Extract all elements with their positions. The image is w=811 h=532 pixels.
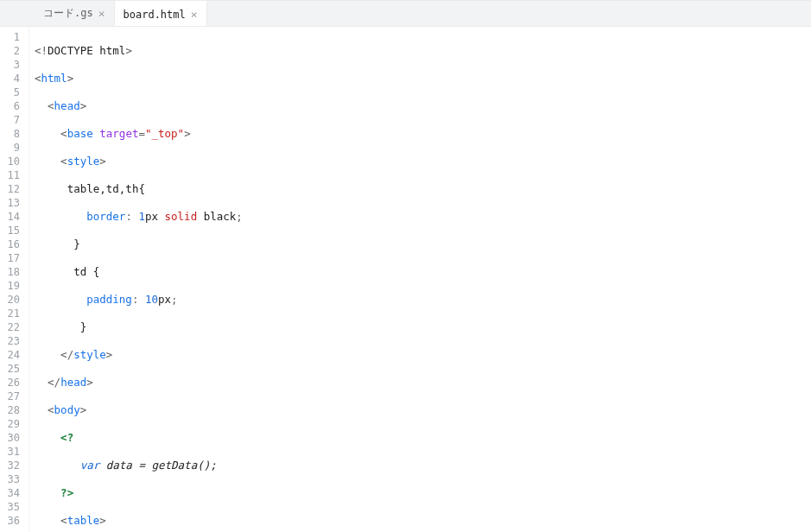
code-token: table,td,th{ (67, 182, 145, 195)
line-number: 24 (5, 348, 20, 362)
code-token: style (73, 348, 106, 361)
line-number: 7 (5, 113, 20, 127)
line-number-gutter: 1234567891011121314151617181920212223242… (0, 27, 29, 532)
code-token (197, 210, 204, 223)
tab-label: board.html (124, 9, 186, 21)
tab-bar: コード.gs × board.html × (0, 1, 811, 27)
line-number: 14 (5, 210, 20, 224)
line-number: 11 (5, 168, 20, 182)
line-number: 8 (5, 127, 20, 141)
code-token: 10 (145, 293, 158, 306)
code-token: style (67, 155, 100, 168)
code-token: < (60, 514, 67, 527)
line-number: 10 (5, 155, 20, 168)
line-number: 32 (5, 459, 20, 472)
code-token: </ (48, 376, 60, 389)
code-token: base (67, 127, 93, 140)
line-number: 13 (5, 196, 20, 210)
tab-label: コード.gs (43, 6, 93, 21)
line-number: 12 (5, 182, 20, 196)
code-token: px (158, 293, 171, 306)
line-number: 29 (5, 417, 20, 431)
code-token: = (138, 127, 145, 140)
code-token: border (86, 210, 125, 223)
line-number: 20 (5, 293, 20, 307)
code-token: < (60, 127, 67, 140)
code-token: < (48, 99, 54, 112)
code-token: < (48, 403, 54, 416)
code-token: var (80, 459, 100, 472)
line-number: 28 (5, 403, 20, 417)
line-number: 31 (5, 445, 20, 459)
line-number: 30 (5, 431, 20, 445)
line-number: 34 (5, 486, 20, 500)
code-token: } (80, 320, 87, 333)
line-number: 5 (5, 86, 20, 99)
code-token: > (125, 44, 132, 57)
code-token: > (99, 155, 106, 168)
code-token: : (132, 293, 145, 306)
editor-body: 1234567891011121314151617181920212223242… (0, 27, 811, 532)
line-number: 21 (5, 307, 20, 320)
line-number: 25 (5, 362, 20, 376)
close-icon[interactable]: × (98, 8, 105, 19)
line-number: 35 (5, 500, 20, 514)
line-number: 36 (5, 514, 20, 528)
code-token: > (99, 514, 106, 527)
code-token: : (125, 210, 138, 223)
code-token: body (54, 403, 80, 416)
line-number: 33 (5, 472, 20, 486)
line-number: 15 (5, 224, 20, 238)
tab-code-gs[interactable]: コード.gs × (35, 1, 115, 26)
line-number: 3 (5, 58, 20, 72)
code-token: head (54, 99, 80, 112)
code-token: > (67, 72, 74, 85)
line-number: 23 (5, 334, 20, 348)
code-token: < (35, 72, 41, 85)
code-token: < (60, 155, 67, 168)
tab-board-html[interactable]: board.html × (115, 1, 207, 26)
code-token: } (73, 238, 80, 250)
line-number: 4 (5, 72, 20, 86)
line-number: 16 (5, 238, 20, 251)
code-token (99, 459, 106, 472)
line-number: 22 (5, 320, 20, 334)
code-token: DOCTYPE html (48, 44, 125, 57)
code-token: target (99, 127, 138, 140)
code-token: ; (171, 293, 178, 306)
code-token: table (67, 514, 100, 527)
line-number: 6 (5, 99, 20, 113)
code-token: <? (60, 431, 73, 444)
line-number: 9 (5, 141, 20, 155)
code-token: 1 (138, 210, 145, 223)
code-token: black (204, 210, 237, 223)
code-token: td { (73, 265, 99, 278)
code-token: > (86, 376, 93, 389)
code-token: <! (35, 44, 48, 57)
code-token: > (106, 348, 113, 361)
code-editor: コード.gs × board.html × 123456789101112131… (0, 0, 811, 532)
line-number: 1 (5, 30, 20, 44)
code-token: > (184, 127, 191, 140)
code-token: solid (165, 210, 198, 223)
code-token: ?> (60, 486, 73, 499)
code-token: "_top" (145, 127, 184, 140)
code-token: > (80, 403, 87, 416)
code-token: html (41, 72, 67, 85)
line-number: 17 (5, 251, 20, 265)
code-token: head (60, 376, 86, 389)
code-token: = getData(); (132, 459, 217, 472)
close-icon[interactable]: × (191, 9, 198, 20)
line-number: 19 (5, 279, 20, 293)
line-number: 2 (5, 44, 20, 58)
line-number: 26 (5, 376, 20, 390)
code-token: px (145, 210, 165, 223)
line-number: 27 (5, 390, 20, 403)
line-number: 18 (5, 265, 20, 279)
code-token: </ (60, 348, 73, 361)
code-token: > (80, 99, 87, 112)
code-content[interactable]: <!DOCTYPE html> <html> <head> <base targ… (29, 27, 811, 532)
code-token: data (106, 459, 132, 472)
code-token: padding (86, 293, 132, 306)
code-token: ; (236, 210, 243, 223)
